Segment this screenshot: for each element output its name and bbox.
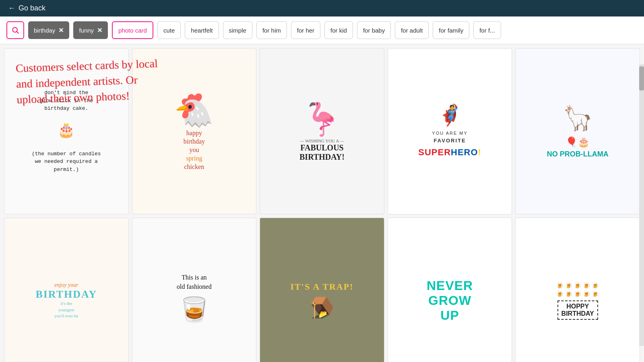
card-glow-stick[interactable]: don't mind theglow stick in thebirthday … [4,48,129,214]
card-enjoy-content: enjoy your BIRTHDAY it's theyoungestyou'… [4,218,128,362]
bottle-icon-6: 🍺 [556,290,564,297]
bottle-icon-8: 🍺 [574,290,582,297]
arrow-left-icon: ← [8,4,15,12]
filter-for-adult[interactable]: for adult [395,21,429,39]
search-icon [11,26,19,34]
bottle-icon-4: 🍺 [582,281,590,289]
card-superhero[interactable]: 🦸 YOU ARE MY FAVORITE SUPERHERO! [388,48,512,214]
superhero-big-text: SUPERHERO! [418,145,481,159]
card-glow-stick-content: don't mind theglow stick in thebirthday … [32,89,101,173]
llama-icon: 🦙 [547,104,609,132]
mousetrap-icon: 🪤 [310,296,334,319]
filter-for-kid[interactable]: for kid [324,21,353,39]
glass-icon: 🥃 [177,295,212,324]
bottle-icon-1: 🍺 [556,281,564,289]
bottle-icon-10: 🍺 [591,290,599,297]
superhero-illustration: 🦸 [418,103,481,127]
bottle-icon-3: 🍺 [574,281,582,289]
filter-funny-label: funny [79,27,94,34]
bottle-icon-7: 🍺 [565,290,573,297]
filter-cute[interactable]: cute [157,21,181,39]
card-no-prob-llama[interactable]: 🦙 🎈🎂 NO PROB-LLAMA [515,48,640,214]
cards-grid: Customers select cards by local and inde… [0,44,644,362]
filter-more[interactable]: for f... [473,21,501,39]
trap-text: IT'S A TRAP! [291,282,354,292]
card-never-content: NEVERGROWUP [388,218,512,362]
card-hoppy-birthday[interactable]: 🍺 🍺 🍺 🍺 🍺 🍺 🍺 🍺 🍺 🍺 HOPPYBIRTHDAY [515,218,640,362]
svg-line-1 [17,32,19,34]
bottle-icon-2: 🍺 [565,281,573,289]
llama-text: NO PROB-LLAMA [547,150,609,158]
filter-for-adult-label: for adult [401,27,423,34]
filter-birthday[interactable]: birthday ✕ [28,21,69,39]
filter-birthday-label: birthday [34,27,55,34]
birthday-big-text: BIRTHDAY [35,288,97,300]
filter-heartfelt[interactable]: heartfelt [185,21,219,39]
filter-photo-card[interactable]: photo card [112,21,153,39]
filter-for-family-label: for family [439,27,463,34]
chicken-emoji-icon: 🐔 [174,91,214,129]
filter-more-label: for f... [479,27,495,34]
bottles-grid: 🍺 🍺 🍺 🍺 🍺 🍺 🍺 🍺 🍺 🍺 [556,281,599,297]
card-fabulous-birthday[interactable]: 🦩 — WISHING YOU A — FABULOUSBIRTHDAY! [260,48,384,214]
enjoy-your-text: enjoy your [35,282,97,288]
filter-for-family[interactable]: for family [433,21,469,39]
go-back-link[interactable]: ← Go back [8,4,45,12]
card-enjoy-birthday[interactable]: enjoy your BIRTHDAY it's theyoungestyou'… [4,218,129,362]
card-spring-chicken[interactable]: 🐔 happybirthdayyouspringchicken [132,48,257,214]
bottle-icon-5: 🍺 [591,281,599,289]
balloon-icons: 🎈🎂 [547,136,609,148]
card-superhero-content: 🦸 YOU ARE MY FAVORITE SUPERHERO! [388,49,512,214]
card-its-a-trap[interactable]: IT'S A TRAP! 🪤 [260,218,384,362]
filter-for-kid-label: for kid [330,27,347,34]
filter-simple-label: simple [229,27,246,34]
svg-point-0 [12,27,17,32]
card-1-text: don't mind theglow stick in thebirthday … [32,89,101,173]
filter-cute-label: cute [163,27,175,34]
filter-for-baby[interactable]: for baby [357,21,391,39]
card-fabulous-content: 🦩 — WISHING YOU A — FABULOUSBIRTHDAY! [260,49,384,214]
filter-for-her-label: for her [297,27,314,34]
card-3-fabulous-text: FABULOUSBIRTHDAY! [299,143,345,162]
filter-heartfelt-label: heartfelt [191,27,213,34]
go-back-label: Go back [19,4,45,12]
card-spring-chicken-content: 🐔 happybirthdayyouspringchicken [132,49,256,214]
bottle-icon-9: 🍺 [582,290,590,297]
header: ← Go back [0,0,644,16]
filter-for-him-label: for him [262,27,281,34]
hoppy-birthday-text: HOPPYBIRTHDAY [557,300,598,320]
scrollbar-track [639,64,644,346]
superhero-text-line1: YOU ARE MY FAVORITE SUPERHERO! [418,130,481,160]
card-hoppy-content: 🍺 🍺 🍺 🍺 🍺 🍺 🍺 🍺 🍺 🍺 HOPPYBIRTHDAY [516,218,640,362]
filter-for-her[interactable]: for her [291,21,320,39]
remove-funny-icon[interactable]: ✕ [97,27,102,34]
never-grow-text: NEVERGROWUP [427,278,473,323]
card-never-grow-up[interactable]: NEVERGROWUP [388,218,512,362]
filter-bar: birthday ✕ funny ✕ photo card cute heart… [0,16,644,44]
filter-simple[interactable]: simple [223,21,252,39]
scrollbar-thumb[interactable] [639,66,644,90]
card-old-fashioned[interactable]: This is anold fashioned 🥃 [132,218,257,362]
chicken-text: happybirthdayyouspringchicken [174,129,214,171]
filter-funny[interactable]: funny ✕ [73,21,108,39]
card-old-fashioned-content: This is anold fashioned 🥃 [132,218,256,362]
filter-for-him[interactable]: for him [256,21,287,39]
filter-for-baby-label: for baby [363,27,385,34]
birthday-sub-text: it's theyoungestyou'll ever be [35,300,97,319]
card-3-wishing-text: — WISHING YOU A — [299,138,345,143]
search-button[interactable] [6,21,24,39]
card-llama-content: 🦙 🎈🎂 NO PROB-LLAMA [516,49,640,214]
chicken-illustration: 🐔 happybirthdayyouspringchicken [174,91,214,171]
card-trap-content: IT'S A TRAP! 🪤 [260,218,384,362]
old-fashioned-text: This is anold fashioned [177,273,212,291]
remove-birthday-icon[interactable]: ✕ [58,27,64,34]
filter-photo-card-label: photo card [118,27,147,34]
cake-icon: 🎂 [57,123,75,139]
flamingo-icon: 🦩 [299,101,345,138]
